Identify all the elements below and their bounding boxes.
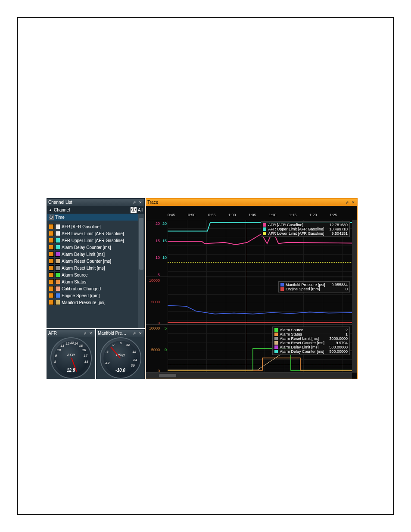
channel-swatch-icon (49, 272, 54, 277)
time-tick: 1:10 (269, 213, 277, 217)
legend-value: 500.00000 (326, 345, 348, 349)
channel-label: Manifold Pressure [psi] (62, 300, 106, 305)
channel-swatch-icon (49, 238, 54, 243)
legend-value: 1 (342, 332, 348, 336)
legend-color-icon (274, 333, 278, 336)
legend-row: Engine Speed [rpm]0 (280, 287, 348, 291)
plot-alarm[interactable]: 100005000050 Alarm Source2Alarm Status1A… (146, 325, 352, 373)
channel-color-icon (55, 258, 60, 264)
channel-scrollbar[interactable] (138, 214, 144, 328)
time-label: Time (55, 215, 65, 220)
channel-label: Alarm Delay Limit [ms] (62, 252, 105, 257)
time-tick: 1:00 (228, 213, 236, 217)
legend-name: AFR Lower Limit [AFR Gasoline] (268, 231, 324, 236)
legend-value: 2 (342, 328, 348, 332)
channel-row[interactable]: Engine Speed [rpm] (47, 292, 144, 299)
legend-row: Alarm Reset Limit [ms]3000.0000 (274, 336, 348, 341)
channel-row[interactable]: AFR [AFR Gasoline] (47, 223, 144, 230)
time-icon: ⏱ (49, 215, 54, 220)
afr-gauge: AFR 12.8 89 1011 1213 1415 1617 18 (50, 337, 92, 379)
legend-color-icon (274, 350, 278, 353)
legend-row: Alarm Reset Counter [ms]9.9794 (274, 341, 348, 345)
y-tick: 20 (156, 221, 160, 226)
channel-row[interactable]: AFR Upper Limit [AFR Gasoline] (47, 237, 144, 244)
legend-color-icon (274, 337, 278, 340)
afr-gauge-titlebar[interactable]: AFR ⇗ ✕ (47, 330, 95, 337)
y-tick: 10000 (149, 278, 160, 283)
filter-badge[interactable]: ⓘ (131, 207, 137, 213)
time-row[interactable]: ⏱ Time (47, 214, 144, 221)
sort-icon: ▲ (49, 208, 52, 212)
legend-name: Alarm Reset Limit [ms] (280, 336, 319, 341)
popout-icon[interactable]: ⇗ (132, 200, 137, 205)
y-tick: 15 (156, 239, 160, 243)
close-icon[interactable]: ✕ (138, 331, 143, 336)
trace-vscrollbar[interactable] (352, 220, 357, 373)
manifold-gauge: PSIg -10.0 -12-6 06 1218 2430 (100, 337, 141, 379)
channel-list-body: ⏱ Time AFR [AFR Gasoline]AFR Lower Limit… (47, 214, 144, 328)
close-icon[interactable]: ✕ (88, 331, 93, 336)
close-icon[interactable]: ✕ (351, 200, 356, 205)
trace-area[interactable]: 0:450:500:551:001:051:101:151:201:25 201… (146, 206, 357, 379)
legend-row: Alarm Delay Counter [ms]500.00000 (274, 349, 348, 354)
legend-color-icon (263, 232, 266, 235)
afr-gauge-value: 12.8 (51, 368, 91, 373)
channel-color-icon (55, 293, 60, 298)
legend-name: Engine Speed [rpm] (286, 287, 320, 291)
channel-label: Calibration Changed (62, 286, 101, 291)
legend-name: AFR [AFR Gasoline] (268, 223, 303, 227)
channel-header-label: Channel (54, 208, 70, 212)
y-tick: 5000 (151, 300, 160, 304)
legend-value: 3000.0000 (326, 336, 348, 341)
legend-color-icon (280, 287, 284, 291)
app-window: Channel List ⇗ ✕ ▲ Channel ⓘ All ⏱ Time … (47, 198, 358, 379)
manifold-gauge-panel: Manifold Pre… ⇗ ✕ PSIg -10.0 -12-6 06 12… (96, 329, 145, 379)
popout-icon[interactable]: ⇗ (132, 331, 137, 336)
popout-icon[interactable]: ⇗ (82, 331, 87, 336)
filter-all-label: All (138, 208, 143, 212)
channel-color-icon (55, 252, 60, 257)
close-icon[interactable]: ✕ (138, 200, 143, 205)
channel-list-titlebar[interactable]: Channel List ⇗ ✕ (47, 199, 144, 206)
channel-row[interactable]: Alarm Status (47, 278, 144, 285)
channel-swatch-icon (49, 245, 54, 250)
channel-label: Alarm Reset Limit [ms] (62, 266, 105, 271)
channel-color-icon (55, 245, 60, 250)
channel-row[interactable]: Alarm Delay Limit [ms] (47, 251, 144, 258)
afr-gauge-panel: AFR ⇗ ✕ AFR 12.8 89 1011 1213 1415 1617 … (47, 329, 95, 379)
legend-color-icon (274, 328, 278, 332)
channel-list-header[interactable]: ▲ Channel ⓘ All (47, 206, 144, 214)
channel-row[interactable]: Calibration Changed (47, 285, 144, 292)
channel-list-panel: Channel List ⇗ ✕ ▲ Channel ⓘ All ⏱ Time … (47, 198, 145, 328)
timeline[interactable]: 0:450:500:551:001:051:101:151:201:25 (146, 206, 357, 220)
popout-icon[interactable]: ⇗ (345, 200, 350, 205)
channel-row[interactable]: Alarm Reset Counter [ms] (47, 258, 144, 264)
channel-row[interactable]: Manifold Pressure [psi] (47, 299, 144, 306)
legend-name: Alarm Delay Counter [ms] (280, 349, 324, 354)
y-tick: 5000 (151, 348, 160, 352)
manifold-gauge-titlebar[interactable]: Manifold Pre… ⇗ ✕ (97, 330, 144, 337)
plot-engine[interactable]: 1000050000 Manifold Pressure [psi]-9.955… (146, 277, 352, 325)
plot-afr[interactable]: 2015105201510 AFR [AFR Gasoline]12.78168… (146, 220, 352, 277)
y-tick: 5 (158, 273, 160, 277)
trace-titlebar[interactable]: Trace ⇗ ✕ (146, 199, 357, 206)
legend-color-icon (274, 341, 278, 345)
legend-row: AFR [AFR Gasoline]12.781689 (263, 223, 348, 227)
y-tick: 0 (165, 348, 167, 352)
time-tick: 1:05 (249, 213, 256, 217)
time-tick: 0:50 (188, 213, 196, 217)
y-tick: 10000 (149, 326, 160, 330)
time-tick: 0:45 (168, 213, 175, 217)
legend-row: Alarm Status1 (274, 332, 348, 336)
channel-row[interactable]: AFR Lower Limit [AFR Gasoline] (47, 230, 144, 237)
trace-title: Trace (147, 200, 344, 205)
channel-row[interactable]: Alarm Delay Counter [ms] (47, 244, 144, 251)
legend-value: 12.781689 (326, 223, 348, 227)
channel-row[interactable]: Alarm Reset Limit [ms] (47, 264, 144, 271)
legend-value: 18.499718 (326, 227, 348, 231)
channel-row[interactable]: Alarm Source (47, 271, 144, 278)
trace-hscrollbar[interactable] (146, 373, 352, 379)
legend-color-icon (280, 283, 284, 286)
legend-name: AFR Upper Limit [AFR Gasoline] (268, 227, 324, 231)
trace-panel: Trace ⇗ ✕ 0:450:500:551:001:051:101:151:… (146, 198, 358, 379)
